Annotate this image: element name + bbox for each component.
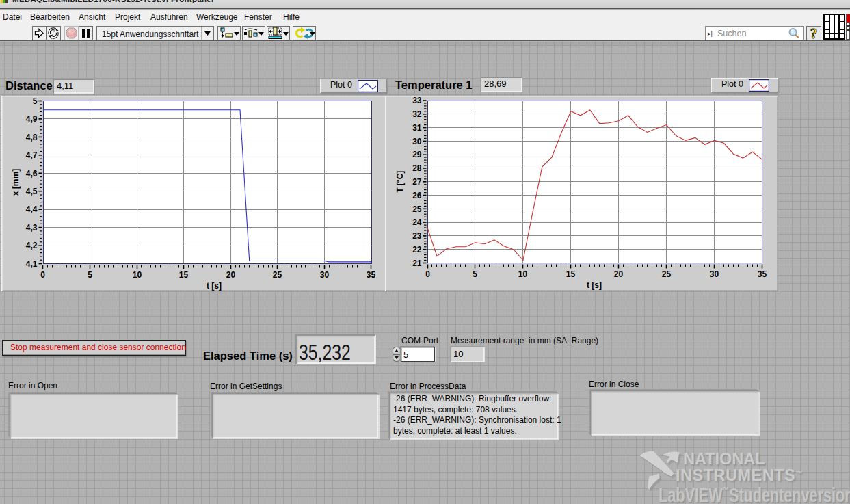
svg-text:23: 23 [412, 231, 422, 241]
svg-text:4,4: 4,4 [26, 204, 38, 214]
svg-text:35: 35 [758, 269, 767, 279]
svg-text:5: 5 [473, 269, 477, 279]
svg-text:20: 20 [226, 270, 236, 280]
svg-text:33: 33 [412, 96, 422, 105]
svg-text:15: 15 [179, 270, 189, 280]
svg-text:28: 28 [412, 163, 422, 173]
svg-text:21: 21 [412, 258, 422, 268]
svg-text:0: 0 [425, 269, 430, 279]
svg-text:35: 35 [367, 270, 376, 280]
svg-text:4,9: 4,9 [26, 114, 38, 124]
svg-text:26: 26 [412, 191, 422, 200]
svg-text:32: 32 [412, 109, 422, 119]
svg-text:24: 24 [412, 217, 422, 227]
svg-text:15: 15 [566, 269, 576, 279]
svg-text:x [mm]: x [mm] [11, 169, 21, 196]
svg-text:4,1: 4,1 [26, 259, 38, 269]
svg-text:29: 29 [412, 150, 422, 159]
svg-text:t [s]: t [s] [587, 280, 602, 290]
svg-text:30: 30 [412, 137, 422, 146]
svg-text:?: ? [810, 27, 818, 40]
svg-text:4,7: 4,7 [26, 150, 38, 160]
svg-text:t [s]: t [s] [207, 281, 222, 291]
svg-text:25: 25 [412, 204, 422, 214]
svg-text:30: 30 [320, 270, 330, 280]
svg-text:25: 25 [662, 269, 672, 279]
svg-text:25: 25 [273, 270, 282, 280]
svg-text:30: 30 [710, 269, 719, 279]
svg-text:0: 0 [40, 270, 45, 280]
svg-text:4,5: 4,5 [26, 187, 38, 196]
svg-text:4,3: 4,3 [26, 223, 38, 233]
svg-text:10: 10 [518, 269, 528, 279]
svg-text:5: 5 [88, 270, 92, 280]
svg-text:22: 22 [412, 245, 422, 254]
svg-text:31: 31 [412, 123, 422, 133]
svg-text:10: 10 [133, 270, 142, 280]
svg-text:20: 20 [614, 269, 624, 279]
svg-text:5: 5 [33, 96, 38, 106]
svg-text:27: 27 [412, 177, 422, 187]
svg-text:4,8: 4,8 [26, 133, 38, 142]
svg-text:4,6: 4,6 [26, 169, 38, 178]
svg-text:4,2: 4,2 [26, 241, 38, 250]
svg-text:T [°C]: T [°C] [395, 171, 405, 193]
